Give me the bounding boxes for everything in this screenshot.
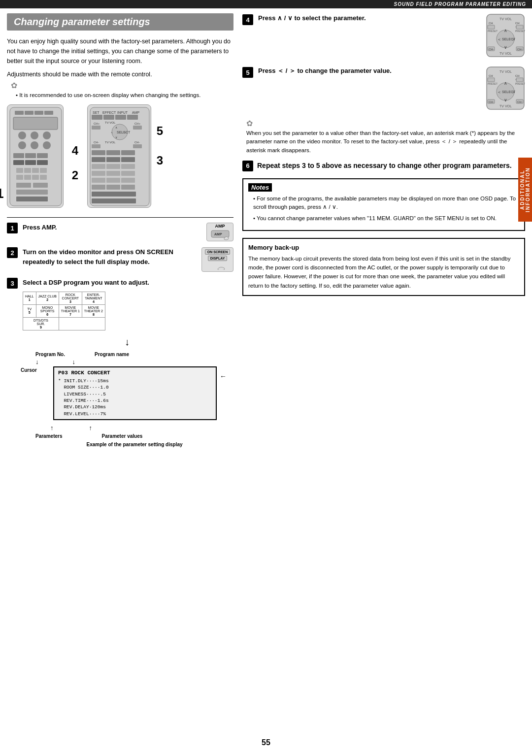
example-caption: Example of the parameter setting display	[35, 442, 233, 447]
dsp-cell: JAZZ CLUB2	[36, 292, 59, 304]
svg-rect-16	[25, 160, 36, 165]
step-3-container: 3 Select a DSP program you want to adjus…	[7, 278, 233, 330]
program-name-label: Program name	[95, 352, 129, 357]
step-label-1: 1	[0, 186, 4, 201]
svg-rect-28	[16, 190, 48, 195]
remote-right-svg: SET EFFECT INPUT AMP CH+ CH+ TV VOL	[87, 104, 151, 208]
cursor-row: Cursor P03 ROCK CONCERT * INIT.DLY····15…	[21, 366, 233, 422]
tip-icon: ✿	[11, 81, 233, 90]
step-6-text: Repeat steps 3 to 5 above as necessary t…	[257, 161, 512, 171]
svg-rect-18	[16, 168, 23, 173]
svg-rect-23	[24, 175, 31, 180]
svg-point-9	[18, 141, 26, 149]
side-tab-line1: ADDITIONALINFORMATION	[520, 167, 531, 212]
step-1-image: AMP AMP	[206, 223, 233, 241]
svg-text:PRESET: PRESET	[515, 30, 525, 33]
svg-rect-24	[32, 175, 39, 180]
step-label-2: 2	[72, 168, 78, 182]
step-6-num: 6	[242, 161, 253, 171]
step-2-image: ON SCREEN DISPLAY	[201, 247, 233, 272]
step-label-3: 3	[157, 154, 163, 167]
param-labels-row: Parameters Parameter values	[21, 433, 233, 439]
svg-rect-13	[25, 153, 36, 158]
svg-rect-35	[92, 115, 102, 120]
svg-rect-12	[13, 153, 24, 158]
svg-text:TV VOL: TV VOL	[499, 17, 512, 21]
svg-rect-67	[92, 178, 105, 183]
svg-text:TV VOL: TV VOL	[499, 104, 512, 108]
onscreen-btn-label: ON SCREEN	[205, 249, 231, 255]
step-5-container: 5 Press ＜ / ＞ to change the parameter va…	[242, 66, 525, 112]
svg-text:CH+: CH+	[134, 122, 141, 125]
program-labels-row: Program No. Program name	[21, 352, 233, 357]
svg-text:CH-: CH-	[94, 141, 99, 144]
step-2-num: 2	[7, 247, 18, 258]
svg-text:＜: ＜	[497, 90, 501, 95]
svg-text:∧: ∧	[504, 81, 507, 86]
amp-label: AMP	[215, 224, 225, 229]
svg-point-6	[18, 131, 26, 139]
svg-rect-20	[32, 168, 39, 173]
svg-rect-69	[121, 178, 135, 183]
display-btn-label: DISPLAY	[208, 256, 228, 261]
right-column: 4 Press ∧ / ∨ to select the parameter. T…	[242, 13, 525, 451]
cursor-arrow: ←	[220, 372, 227, 380]
svg-text:＞: ＞	[124, 131, 127, 134]
svg-text:CH-: CH-	[489, 100, 494, 103]
memory-backup-box: Memory back-up The memory back-up circui…	[242, 238, 525, 296]
step-4-content: Press ∧ / ∨ to select the parameter.	[258, 13, 481, 23]
prog-line-3: LIVENESS·····.5	[58, 391, 212, 397]
svg-rect-2	[25, 111, 33, 115]
svg-rect-19	[24, 168, 31, 173]
svg-point-10	[31, 141, 38, 149]
svg-rect-22	[16, 175, 23, 180]
program-display: Program No. Program name ↓ ↓ Cursor P03 …	[21, 352, 233, 447]
step-5-text: Press ＜ / ＞ to change the parameter valu…	[258, 67, 392, 74]
svg-rect-51	[92, 144, 100, 148]
svg-rect-71	[106, 185, 120, 190]
step-4-text: Press ∧ / ∨ to select the parameter.	[258, 14, 366, 22]
svg-rect-72	[121, 185, 135, 190]
cursor-label: Cursor	[21, 367, 37, 373]
params-label: Parameters	[35, 433, 62, 439]
svg-rect-81	[488, 25, 495, 29]
prog-line-1: * INIT.DLY····15ms	[58, 378, 212, 384]
dsp-cell: ROCKCONCERT3	[59, 292, 82, 304]
svg-rect-64	[92, 171, 105, 176]
step-3-content: Select a DSP program you want to adjust.…	[23, 278, 233, 330]
param-values-label: Parameter values	[101, 433, 142, 439]
svg-rect-57	[121, 150, 135, 155]
prog-line-4: REV.TIME····1.6s	[58, 397, 212, 404]
program-no-label: Program No.	[35, 352, 65, 357]
tip-note-2: When you set the parameter to a value ot…	[246, 129, 525, 155]
dsp-row-3: DTS/DTSSUR.9	[23, 317, 105, 330]
svg-point-7	[31, 131, 38, 139]
svg-rect-14	[37, 153, 48, 158]
tip-2-container: ✿ When you set the parameter to a value …	[242, 119, 525, 155]
svg-rect-4	[44, 111, 53, 115]
memory-title: Memory back-up	[248, 244, 519, 251]
svg-text:CH-: CH-	[517, 100, 523, 103]
dsp-cell: TV5	[23, 304, 36, 317]
svg-rect-61	[92, 164, 105, 169]
tip-icon-2: ✿	[246, 119, 525, 128]
svg-rect-105	[516, 78, 523, 82]
svg-text:CH-: CH-	[489, 48, 494, 51]
divider-1	[7, 217, 233, 218]
svg-rect-55	[92, 150, 105, 155]
svg-rect-62	[106, 164, 120, 169]
dsp-row-2: TV5 MONOSPORTS6 MOVIETHEATER 17 MOVIETHE…	[23, 304, 105, 317]
svg-text:TV VOL: TV VOL	[105, 141, 116, 144]
dsp-cell: MOVIETHEATER 17	[59, 304, 82, 317]
svg-rect-42	[133, 126, 142, 130]
step-5-image: TV VOL CH + CH + PRESET PRESET SELECT ∧ …	[486, 66, 525, 112]
dsp-cell: ENTER-TAINMENT4	[82, 292, 105, 304]
svg-rect-70	[92, 185, 105, 190]
main-content: Changing parameter settings You can enjo…	[0, 8, 532, 471]
adjustment-note: Adjustments should be made with the remo…	[7, 71, 233, 78]
svg-point-8	[43, 131, 51, 139]
step-2-content: Turn on the video monitor and press ON S…	[23, 247, 197, 266]
dsp-cell-empty	[59, 317, 105, 330]
param-arrows: ↑ ↑	[21, 424, 233, 431]
svg-text:PRESET: PRESET	[488, 82, 498, 85]
